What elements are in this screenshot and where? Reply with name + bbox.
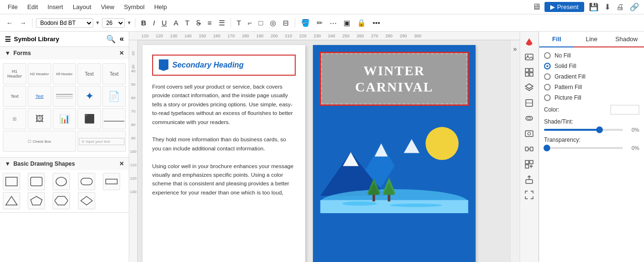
sym-text-item[interactable]: Text — [78, 63, 101, 84]
menu-symbol[interactable]: Symbol — [120, 2, 148, 12]
export-tool-icon[interactable] — [522, 172, 536, 187]
sym-checkbox-item[interactable]: ☐Check Box — [3, 131, 76, 152]
solid-fill-radio[interactable] — [544, 63, 551, 69]
sym-chart-item[interactable]: 📊 — [53, 108, 76, 129]
collapse-icon[interactable]: « — [120, 34, 124, 44]
sym-input-item[interactable]: ⊙ Input your text — [78, 131, 126, 152]
more-icon[interactable]: ••• — [370, 17, 383, 28]
sym-shape-item[interactable]: ⬛ — [78, 108, 101, 129]
sym-link-item[interactable]: Text — [28, 86, 51, 107]
bold-icon[interactable]: B — [139, 17, 149, 28]
basic-shapes-title[interactable]: ▼ Basic Drawing Shapes ✕ — [0, 158, 129, 170]
font-family-select[interactable]: Bodoni Bd BT — [36, 18, 93, 28]
sym-hr-item[interactable] — [102, 108, 126, 129]
shade-slider-track[interactable] — [544, 129, 623, 131]
layers-tool-icon[interactable] — [522, 80, 536, 95]
sym-img-item[interactable]: 🖼 — [28, 108, 51, 129]
menu-file[interactable]: File — [4, 2, 22, 12]
shapes-close-icon[interactable]: ✕ — [119, 160, 124, 167]
share-icon[interactable]: 🔗 — [629, 1, 640, 12]
text-box-icon[interactable]: T — [234, 17, 244, 28]
tab-line[interactable]: Line — [574, 32, 609, 47]
shape-icon[interactable]: □ — [256, 17, 266, 28]
photo-tool-icon[interactable] — [522, 126, 536, 141]
sym-doc-item[interactable]: 📄 — [102, 86, 126, 107]
crop-tool-icon[interactable] — [522, 96, 536, 110]
font-size-select[interactable]: 26 — [102, 18, 125, 28]
canvas-inner[interactable]: Secondary Heading Front covers sell your… — [138, 40, 510, 262]
sym-lines-item[interactable] — [53, 86, 76, 107]
forms-close-icon[interactable]: ✕ — [119, 50, 124, 57]
grid2-tool-icon[interactable] — [522, 157, 536, 171]
sym-blue-icon-item[interactable]: ✦ — [78, 86, 101, 107]
shape-rounded-rect[interactable] — [78, 173, 95, 190]
menu-edit[interactable]: Edit — [23, 2, 42, 12]
sym-h1-item[interactable]: H1 Header — [3, 63, 26, 84]
secondary-heading-box[interactable]: Secondary Heading — [152, 55, 296, 76]
search-icon[interactable]: 🔍 — [106, 34, 116, 44]
shade-slider-thumb[interactable] — [596, 126, 603, 133]
shape-triangle[interactable] — [3, 192, 20, 209]
sym-text3-item[interactable]: Text — [3, 86, 26, 107]
color-picker[interactable] — [611, 105, 639, 114]
sym-h2-item[interactable]: H2 Header — [28, 63, 51, 84]
winter-title-box[interactable]: WINTER CARNIVAL — [320, 52, 469, 106]
page-right[interactable]: WINTER CARNIVAL — [313, 45, 476, 262]
gradient-fill-option[interactable]: Gradient Fill — [544, 73, 639, 80]
align2-icon[interactable]: ⊟ — [280, 17, 291, 29]
fill-color-icon[interactable]: 🪣 — [299, 17, 312, 29]
transparency-slider-thumb[interactable] — [544, 145, 550, 151]
distribute-tool-icon[interactable] — [522, 142, 536, 156]
grid-tool-icon[interactable] — [522, 65, 536, 80]
text-format-icon[interactable]: T — [183, 17, 192, 28]
picture-fill-option[interactable]: Picture Fill — [544, 94, 639, 101]
align-icon[interactable]: ☰ — [216, 17, 227, 29]
font-dropdown-icon[interactable]: ▼ — [95, 20, 100, 25]
image-tool-icon[interactable] — [522, 50, 536, 64]
pattern-fill-option[interactable]: Pattern Fill — [544, 84, 639, 91]
sym-text2-item[interactable]: Text — [102, 63, 126, 84]
line-style-icon[interactable]: ⋯ — [327, 17, 339, 29]
sym-table-item[interactable] — [3, 108, 26, 129]
tab-shadow[interactable]: Shadow — [609, 32, 644, 47]
line-color-icon[interactable]: ✏ — [314, 17, 325, 29]
download-icon[interactable]: ⬇ — [603, 1, 611, 12]
no-fill-option[interactable]: No Fill — [544, 52, 639, 59]
shape-hexagon[interactable] — [53, 192, 70, 209]
fullscreen-tool-icon[interactable] — [522, 188, 536, 202]
frame-icon[interactable]: ▣ — [341, 17, 353, 29]
italic-icon[interactable]: I — [151, 17, 157, 28]
shape-pentagon[interactable] — [28, 192, 45, 209]
no-fill-radio[interactable] — [544, 52, 551, 59]
corner-icon[interactable]: ⌐ — [245, 17, 255, 28]
sym-h5-item[interactable]: H5 Header — [53, 63, 76, 84]
gradient-fill-radio[interactable] — [544, 73, 551, 80]
expand-panel-button[interactable]: » — [510, 40, 520, 262]
font-size-dropdown-icon[interactable]: ▼ — [127, 20, 132, 25]
tab-fill[interactable]: Fill — [539, 32, 574, 47]
shape-wide-rect[interactable] — [103, 173, 120, 190]
menu-view[interactable]: View — [97, 2, 118, 12]
shape-diamond[interactable] — [78, 192, 95, 209]
forms-section-title[interactable]: ▼ Forms ✕ — [0, 47, 129, 59]
print-icon[interactable]: 🖨 — [615, 2, 625, 12]
shape-rect2[interactable] — [28, 173, 45, 190]
solid-fill-option[interactable]: Solid Fill — [544, 63, 639, 69]
picture-fill-radio[interactable] — [544, 94, 551, 101]
present-button[interactable]: ▶ Present — [544, 2, 584, 12]
lock-icon[interactable]: 🔒 — [355, 17, 368, 29]
underline-icon[interactable]: U — [159, 17, 169, 28]
save-icon[interactable]: 💾 — [588, 1, 600, 12]
shape-circle[interactable] — [53, 173, 70, 190]
shape-rect[interactable] — [3, 173, 20, 190]
page-left[interactable]: Secondary Heading Front covers sell your… — [143, 45, 305, 262]
undo-button[interactable]: ← — [4, 18, 15, 28]
menu-layout[interactable]: Layout — [69, 2, 95, 12]
pattern-fill-radio[interactable] — [544, 84, 551, 91]
transparency-slider-track[interactable] — [544, 147, 623, 149]
menu-help[interactable]: Help — [150, 2, 171, 12]
font-color-icon[interactable]: A — [171, 17, 181, 28]
fill-tool-icon[interactable] — [522, 34, 536, 49]
object-icon[interactable]: ◎ — [267, 17, 278, 29]
align-left-icon[interactable]: ≡ — [205, 17, 214, 28]
